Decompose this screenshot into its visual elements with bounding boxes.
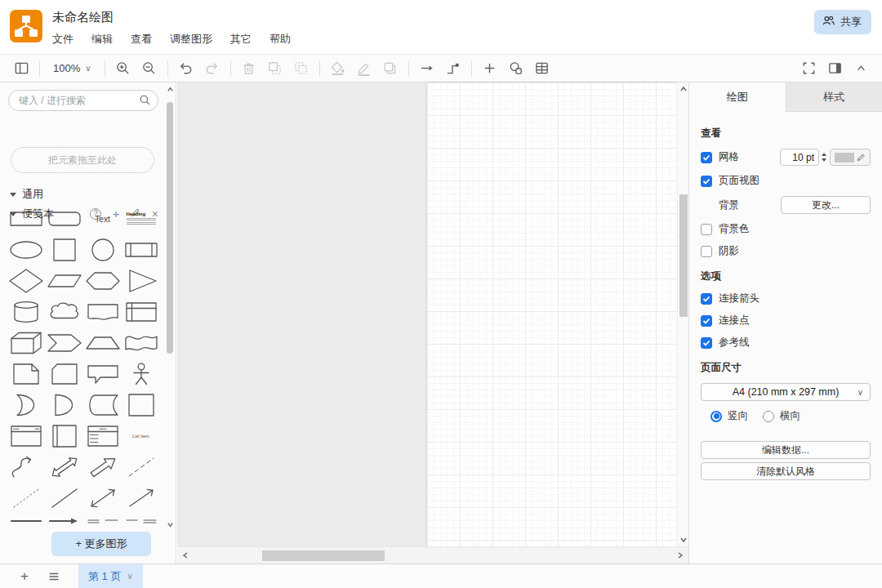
canvas-horizontal-scrollbar[interactable] [177, 546, 688, 564]
shape-note[interactable] [7, 359, 45, 390]
connection-points-checkbox[interactable] [701, 315, 712, 327]
line-color-icon[interactable] [351, 57, 377, 80]
menu-file[interactable]: 文件 [52, 32, 74, 47]
app-logo-icon[interactable] [10, 10, 42, 42]
shadow-icon[interactable] [377, 57, 403, 80]
table-icon[interactable] [529, 57, 555, 80]
scroll-up-icon[interactable] [679, 84, 688, 94]
connection-arrows-checkbox[interactable] [701, 293, 712, 305]
shape-hexagon[interactable] [83, 265, 122, 296]
shape-cloud[interactable] [45, 296, 83, 327]
shape-bidirectional-arrow[interactable] [45, 452, 83, 483]
portrait-option[interactable]: 竖向 [710, 409, 748, 423]
drawing-canvas[interactable] [177, 82, 688, 564]
shape-dotted-line[interactable] [7, 483, 45, 514]
shape-circle[interactable] [83, 234, 122, 265]
shape-actor[interactable] [122, 359, 160, 390]
zoom-out-icon[interactable] [136, 57, 163, 80]
delete-icon[interactable] [236, 57, 262, 80]
shape-process[interactable] [122, 234, 160, 265]
shape-directional-connector[interactable] [122, 483, 160, 514]
to-front-icon[interactable] [262, 57, 288, 80]
menu-view[interactable]: 查看 [131, 32, 152, 47]
shape-link[interactable] [83, 514, 122, 527]
shape-cube[interactable] [7, 327, 45, 359]
insert-shape-icon[interactable] [503, 57, 529, 80]
scroll-right-icon[interactable] [675, 550, 685, 560]
shape-horizontal-line[interactable] [7, 514, 45, 527]
shape-triangle[interactable] [122, 265, 160, 296]
tab-style[interactable]: 样式 [786, 82, 882, 112]
shape-parallelogram[interactable] [45, 265, 83, 296]
page-view-checkbox[interactable] [701, 176, 712, 187]
shape-dashed-line[interactable] [122, 452, 160, 483]
redo-icon[interactable] [199, 57, 225, 80]
shape-line-arrow[interactable] [45, 514, 83, 527]
grid-size-input[interactable] [780, 149, 819, 166]
scratchpad-dropzone[interactable]: 把元素拖至此处 [11, 147, 154, 173]
scrollbar-thumb[interactable] [262, 550, 385, 561]
guides-checkbox[interactable] [701, 337, 712, 349]
landscape-radio[interactable] [763, 411, 774, 422]
pages-menu-icon[interactable] [39, 564, 69, 588]
shape-container[interactable] [122, 390, 160, 421]
collapse-toolbar-icon[interactable] [848, 57, 874, 80]
shape-step[interactable] [45, 327, 83, 359]
fill-color-icon[interactable] [325, 57, 351, 80]
document-title[interactable]: 未命名绘图 [52, 10, 114, 25]
background-color-checkbox[interactable] [701, 224, 712, 235]
shape-diamond[interactable] [7, 265, 45, 296]
scrollbar-thumb[interactable] [679, 194, 688, 317]
shape-document[interactable] [83, 296, 122, 327]
canvas-vertical-scrollbar[interactable] [677, 82, 688, 546]
shape-ellipse[interactable] [7, 234, 45, 265]
shape-or[interactable] [7, 390, 45, 421]
format-panel-toggle-icon[interactable] [822, 57, 848, 80]
toggle-shapes-panel-icon[interactable] [8, 57, 34, 80]
menu-extras[interactable]: 其它 [230, 32, 252, 47]
shadow-checkbox[interactable] [701, 246, 712, 257]
shape-callout[interactable] [83, 359, 122, 390]
menu-help[interactable]: 帮助 [270, 32, 291, 47]
menu-edit[interactable]: 编辑 [91, 32, 113, 47]
edit-data-button[interactable]: 编辑数据... [701, 441, 871, 459]
tab-diagram[interactable]: 绘图 [689, 82, 786, 112]
shape-vertical-container[interactable] [45, 421, 83, 452]
shape-arrow[interactable] [83, 452, 122, 483]
shape-trapezoid[interactable] [83, 327, 122, 359]
shape-internal-storage[interactable] [122, 296, 160, 327]
shape-line[interactable] [45, 483, 83, 514]
scroll-down-icon[interactable] [165, 519, 175, 529]
paper-size-select[interactable]: A4 (210 mm x 297 mm) ∨ [701, 383, 871, 401]
general-header[interactable]: 通用 [10, 187, 43, 202]
shape-rounded-rectangle[interactable] [45, 203, 83, 234]
shape-cylinder[interactable] [7, 296, 45, 327]
undo-icon[interactable] [173, 57, 199, 80]
more-shapes-button[interactable]: + 更多图形 [51, 532, 151, 556]
shape-list[interactable] [83, 421, 122, 452]
connection-arrow-icon[interactable] [414, 57, 440, 80]
waypoints-icon[interactable] [440, 57, 466, 80]
shape-dashed-link[interactable] [122, 514, 160, 527]
shape-text[interactable]: Text [83, 203, 122, 234]
share-button[interactable]: 共享 [814, 10, 871, 34]
add-page-button[interactable]: + [10, 564, 39, 588]
shape-window[interactable] [7, 421, 45, 452]
change-background-button[interactable]: 更改... [781, 196, 871, 214]
grid-checkbox[interactable] [701, 152, 712, 163]
clear-default-style-button[interactable]: 清除默认风格 [701, 462, 871, 480]
grid-size-stepper[interactable] [822, 153, 826, 162]
fullscreen-icon[interactable] [795, 57, 822, 80]
grid-color-button[interactable] [830, 149, 871, 166]
zoom-in-icon[interactable] [110, 57, 136, 80]
scroll-left-icon[interactable] [180, 550, 190, 560]
scroll-down-icon[interactable] [679, 535, 688, 545]
shape-card[interactable] [45, 359, 83, 390]
shape-and[interactable] [45, 390, 83, 421]
scrollbar-thumb[interactable] [167, 102, 173, 354]
landscape-option[interactable]: 横向 [763, 409, 800, 423]
shape-list-item[interactable]: List Item [122, 421, 160, 452]
page-tab[interactable]: 第 1 页 ∨ [78, 564, 143, 588]
sidebar-scrollbar[interactable] [165, 84, 175, 529]
shape-tape[interactable] [122, 327, 160, 359]
